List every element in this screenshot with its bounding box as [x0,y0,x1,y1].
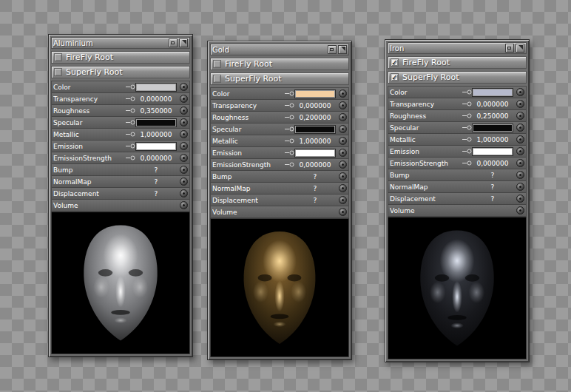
dial-icon[interactable] [339,172,347,180]
dial-icon[interactable] [180,154,188,162]
color-swatch[interactable] [472,88,513,97]
material-window[interactable]: AluminiumFireFly RootSuperFly RootColorT… [48,34,193,357]
color-swatch[interactable] [294,125,336,134]
node-plug-icon[interactable] [462,89,472,95]
root-checkbox[interactable] [213,60,221,68]
root-checkbox[interactable]: ✓ [391,73,399,81]
node-plug-icon[interactable] [462,136,472,143]
param-row[interactable]: Bump? [52,164,189,176]
dial-icon[interactable] [516,147,524,155]
dial-icon[interactable] [180,166,188,174]
node-plug-icon[interactable] [284,161,294,168]
dial-icon[interactable] [339,208,347,216]
param-row[interactable]: Emission [211,147,348,159]
material-window[interactable]: GoldFireFly RootSuperFly RootColorTransp… [207,41,352,360]
node-plug-icon[interactable] [125,143,135,149]
param-row[interactable]: Metallic1,000000 [211,135,348,147]
param-row[interactable]: Specular [52,117,189,129]
titlebar[interactable]: Iron [388,42,527,54]
color-swatch[interactable] [135,83,177,92]
dial-icon[interactable] [180,201,188,209]
dial-icon[interactable] [339,149,347,157]
param-value[interactable]: 0,000000 [135,154,177,163]
node-plug-icon[interactable] [284,90,294,97]
param-row[interactable]: NormalMap? [388,181,526,193]
dial-icon[interactable] [180,118,188,126]
root-row[interactable]: SuperFly Root [210,72,349,85]
param-row[interactable]: Displacement? [52,188,189,200]
color-swatch[interactable] [294,89,336,98]
detach-button[interactable] [338,45,347,54]
param-value[interactable]: 0,000000 [472,159,513,168]
param-row[interactable]: Color [211,88,348,100]
dial-icon[interactable] [516,135,524,143]
node-plug-icon[interactable] [462,124,472,131]
param-value[interactable]: 0,200000 [294,113,336,122]
param-row[interactable]: Volume [388,205,526,217]
param-row[interactable]: EmissionStrength0,000000 [388,158,526,169]
root-row[interactable]: ✓SuperFly Root [388,71,527,84]
node-plug-icon[interactable] [125,95,135,102]
dial-icon[interactable] [180,83,188,91]
param-value[interactable]: 0,000000 [294,160,336,169]
param-row[interactable]: Volume [211,206,348,218]
dial-icon[interactable] [516,100,524,108]
detach-button[interactable] [516,44,524,53]
dial-icon[interactable] [516,112,524,120]
node-plug-icon[interactable] [284,149,294,156]
dial-icon[interactable] [180,189,188,197]
param-row[interactable]: Bump? [388,169,526,181]
param-row[interactable]: NormalMap? [52,176,189,188]
dial-icon[interactable] [180,142,188,150]
param-row[interactable]: Bump? [211,171,348,183]
node-plug-icon[interactable] [462,112,472,119]
param-value[interactable]: 1,000000 [472,135,513,144]
dial-icon[interactable] [339,137,347,145]
dial-icon[interactable] [180,178,188,186]
detach-button[interactable] [179,38,188,47]
param-row[interactable]: Emission [388,146,526,158]
param-row[interactable]: Roughness0,350000 [52,105,189,117]
dial-icon[interactable] [516,171,524,179]
param-row[interactable]: NormalMap? [211,183,348,195]
node-plug-icon[interactable] [284,102,294,109]
param-row[interactable]: Displacement? [211,195,348,206]
color-swatch[interactable] [294,149,336,158]
color-swatch[interactable] [135,142,177,151]
dial-icon[interactable] [339,89,347,98]
root-checkbox[interactable]: ✓ [391,58,399,67]
resize-button[interactable] [169,38,178,47]
param-row[interactable]: Transparency0,000000 [52,93,189,105]
node-plug-icon[interactable] [462,101,472,107]
resize-button[interactable] [328,45,337,54]
root-row[interactable]: FireFly Root [210,58,349,70]
node-plug-icon[interactable] [125,131,135,138]
dial-icon[interactable] [339,160,347,169]
param-value[interactable]: 0,000000 [135,95,177,104]
dial-icon[interactable] [339,113,347,121]
param-row[interactable]: Emission [52,141,189,152]
color-swatch[interactable] [472,147,513,156]
node-plug-icon[interactable] [462,160,472,166]
dial-icon[interactable] [516,195,524,203]
node-plug-icon[interactable] [125,155,135,161]
node-plug-icon[interactable] [125,119,135,126]
param-row[interactable]: Color [388,87,526,98]
param-row[interactable]: Roughness0,250000 [388,110,526,122]
param-value[interactable]: 0,000000 [294,101,336,110]
dial-icon[interactable] [339,125,347,133]
param-row[interactable]: Metallic1,000000 [52,129,189,141]
root-checkbox[interactable] [54,68,62,76]
param-row[interactable]: Specular [211,124,348,135]
param-value[interactable]: 0,250000 [472,112,513,121]
color-swatch[interactable] [135,118,177,127]
param-row[interactable]: Roughness0,200000 [211,112,348,124]
node-plug-icon[interactable] [462,148,472,155]
dial-icon[interactable] [339,101,347,109]
node-plug-icon[interactable] [125,107,135,114]
titlebar[interactable]: Gold [210,44,349,55]
param-value[interactable]: 1,000000 [135,130,177,139]
param-value[interactable]: 1,000000 [294,137,336,146]
dial-icon[interactable] [339,196,347,204]
dial-icon[interactable] [516,159,524,167]
